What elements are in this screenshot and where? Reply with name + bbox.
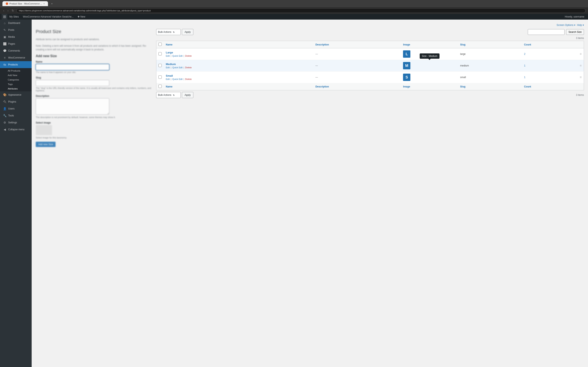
footer-description[interactable]: Description — [313, 83, 401, 90]
row-large-quick-edit-link[interactable]: Quick Edit — [172, 55, 182, 57]
row-medium-edit-link[interactable]: Edit — [166, 66, 170, 69]
sidebar-sub-categories[interactable]: Categories — [0, 77, 32, 82]
row-small-drag-handle[interactable]: ≡ — [580, 75, 582, 79]
row-small-count-link[interactable]: 1 — [524, 76, 526, 79]
image-field-group: Select image Select image for this taxon… — [36, 121, 154, 139]
row-medium-name-link[interactable]: Medium — [166, 63, 176, 66]
tab-title: Product Size - WooCommerce ... — [9, 2, 42, 5]
products-submenu: All Products Add New Categories Tags Att… — [0, 68, 32, 91]
sidebar-sub-add-new[interactable]: Add New — [0, 73, 32, 77]
row-large-actions: Edit | Quick Edit | Delete — [166, 55, 311, 57]
footer-actions — [578, 83, 584, 90]
sidebar-item-collapse[interactable]: ◀ Collapse menu — [0, 126, 32, 133]
admin-bar: ⊞ My Sites WooCommerce Advanced Variatio… — [0, 14, 588, 20]
plugins-icon: 🔌 — [3, 100, 7, 104]
sidebar-label-pages: Pages — [8, 42, 15, 45]
sidebar-item-posts[interactable]: ✎ Posts — [0, 26, 32, 33]
image-hint: Select image for this taxonomy. — [36, 136, 154, 139]
admin-bar-new[interactable]: ✚ New — [76, 14, 87, 20]
row-large-count-link[interactable]: 2 — [524, 53, 526, 55]
forward-button[interactable]: › — [7, 8, 9, 13]
pages-icon: ⬜ — [3, 42, 7, 46]
row-large-delete-link[interactable]: Delete — [185, 55, 192, 57]
row-medium-actions: Edit | Quick Edit | Delete — [166, 66, 311, 69]
header-description[interactable]: Description — [313, 41, 401, 48]
row-large-name-link[interactable]: Large — [166, 51, 173, 54]
sidebar-item-pages[interactable]: ⬜ Pages — [0, 40, 32, 47]
wp-logo[interactable]: ⊞ — [2, 14, 7, 20]
browser-tab-active[interactable]: Product Size - WooCommerce ... × — [2, 1, 48, 6]
tab-close-button[interactable]: × — [43, 2, 45, 5]
slug-input[interactable] — [36, 80, 109, 86]
sidebar-label-collapse: Collapse menu — [8, 128, 25, 131]
sidebar-item-dashboard[interactable]: ⌂ Dashboard — [0, 20, 32, 26]
row-small-name-link[interactable]: Small — [166, 74, 173, 77]
row-medium-drag-cell: ≡ — [578, 60, 584, 72]
admin-bar-my-sites[interactable]: My Sites — [7, 14, 21, 20]
row-medium-image-cell: M Size - Medium — [401, 60, 458, 72]
row-medium-quick-edit-link[interactable]: Quick Edit — [172, 66, 182, 69]
search-size-input[interactable] — [528, 29, 564, 35]
row-medium-checkbox[interactable] — [158, 64, 162, 67]
header-name[interactable]: Name — [164, 41, 313, 48]
sidebar-item-settings[interactable]: ⚙ Settings — [0, 119, 32, 126]
add-new-size-button[interactable]: Add new Size — [36, 142, 56, 147]
footer-slug[interactable]: Slug — [458, 83, 522, 90]
sidebar-item-woocommerce[interactable]: ≡ WooCommerce — [0, 54, 32, 61]
main-layout: Product Size Attribute terms can be assi… — [36, 29, 584, 147]
admin-bar-howdy[interactable]: Howdy, username — [563, 14, 586, 20]
url-bar[interactable]: https://demo.pluginever.com/woocommerce-… — [17, 8, 586, 13]
sidebar-sub-all-products[interactable]: All Products — [0, 68, 32, 73]
select-all-checkbox-bottom[interactable] — [158, 85, 162, 88]
footer-count[interactable]: Count — [522, 83, 578, 90]
sidebar-item-products[interactable]: 🛍 Products — [0, 61, 32, 68]
collapse-icon: ◀ — [3, 128, 7, 131]
back-button[interactable]: ‹ — [2, 8, 5, 13]
sidebar-item-appearance[interactable]: 🎨 Appearance — [0, 91, 32, 98]
row-small-checkbox[interactable] — [158, 75, 162, 79]
row-large-name-cell: Large Edit | Quick Edit | Delete — [164, 48, 313, 60]
row-large-image-cell: L — [401, 48, 458, 60]
row-medium-delete-link[interactable]: Delete — [185, 66, 192, 69]
row-large-checkbox[interactable] — [158, 52, 162, 55]
description-input[interactable] — [36, 98, 109, 115]
sidebar-item-users[interactable]: 👤 Users — [0, 105, 32, 112]
left-panel: Product Size Attribute terms can be assi… — [36, 29, 154, 147]
sidebar-item-tools[interactable]: 🔧 Tools — [0, 112, 32, 119]
admin-bar-site-name[interactable]: WooCommerce Advanced Variation Swatche..… — [21, 14, 76, 20]
sidebar-sub-attributes[interactable]: Attributes — [0, 86, 32, 91]
sidebar-item-comments[interactable]: 💬 Comments — [0, 47, 32, 54]
search-size-button[interactable]: Search Size — [566, 29, 584, 35]
row-medium-drag-handle[interactable]: ≡ — [580, 64, 582, 67]
browser-tab-new[interactable]: × — [50, 1, 54, 6]
sidebar-item-plugins[interactable]: 🔌 Plugins — [0, 98, 32, 105]
description-hint: The description is not prominent by defa… — [36, 116, 154, 118]
select-all-checkbox-top[interactable] — [158, 43, 162, 46]
help-button[interactable]: Help ▾ — [577, 24, 584, 26]
sidebar-label-tools: Tools — [8, 114, 14, 117]
bulk-actions-select-top[interactable]: Bulk Actions ⇅ — [156, 29, 181, 35]
comments-icon: 💬 — [3, 49, 7, 53]
name-input[interactable] — [36, 64, 109, 70]
row-small-quick-edit-link[interactable]: Quick Edit — [172, 78, 182, 80]
sidebar-sub-tags[interactable]: Tags — [0, 82, 32, 86]
sidebar-item-media[interactable]: ▣ Media — [0, 33, 32, 40]
row-small-edit-link[interactable]: Edit — [166, 78, 170, 80]
header-slug[interactable]: Slug — [458, 41, 522, 48]
row-large-description-cell: — — [313, 48, 401, 60]
row-large-drag-handle[interactable]: ≡ — [580, 52, 582, 56]
table-header-row: Name Description Image Slug Count — [156, 41, 584, 48]
screen-options-button[interactable]: Screen Options ▾ — [557, 24, 575, 26]
apply-button-top[interactable]: Apply — [182, 29, 193, 35]
footer-name[interactable]: Name — [164, 83, 313, 90]
apply-button-bottom[interactable]: Apply — [182, 92, 193, 98]
row-medium-count-link[interactable]: 1 — [524, 64, 526, 67]
reload-button[interactable]: ↻ — [11, 8, 15, 13]
bulk-actions-select-bottom[interactable]: Bulk Actions ⇅ — [156, 92, 181, 98]
tab-favicon — [6, 2, 8, 5]
sidebar-label-products: Products — [8, 63, 18, 66]
row-large-edit-link[interactable]: Edit — [166, 55, 170, 57]
row-small-delete-link[interactable]: Delete — [185, 78, 192, 80]
header-count[interactable]: Count — [522, 41, 578, 48]
items-count-top: 3 items — [576, 37, 584, 40]
